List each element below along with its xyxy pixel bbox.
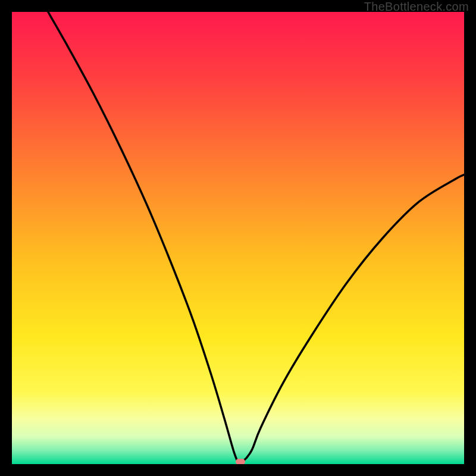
chart-frame: TheBottleneck.com	[0, 0, 476, 476]
curve-minimum-marker	[236, 459, 245, 464]
bottleneck-curve	[12, 12, 464, 464]
watermark: TheBottleneck.com	[364, 0, 469, 14]
plot-area	[12, 12, 464, 464]
